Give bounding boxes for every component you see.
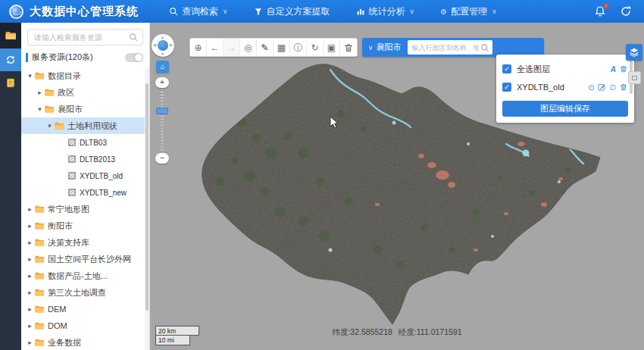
logout-icon[interactable] <box>620 5 632 17</box>
layer-file-icon <box>67 188 77 197</box>
notification-badge <box>604 4 608 8</box>
map-search-input[interactable] <box>411 43 480 52</box>
tree-item-icon <box>34 270 45 281</box>
resource-search-input[interactable] <box>33 33 129 42</box>
tree-item[interactable]: ▸ 常宁地形图 <box>21 201 149 217</box>
expand-arrow-icon[interactable]: ▸ <box>26 272 34 280</box>
locate-button[interactable]: ◎ <box>240 39 257 56</box>
layers-toggle-button[interactable] <box>626 44 642 61</box>
resource-toggle[interactable] <box>125 53 143 62</box>
expand-arrow-icon[interactable]: ▸ <box>26 205 34 213</box>
tree-item[interactable]: ▸ 第三次土地调查 <box>21 284 149 301</box>
rail-catalog-button[interactable] <box>0 23 21 48</box>
compass-knob[interactable] <box>158 40 168 51</box>
zoom-slider-rail[interactable] <box>161 89 164 152</box>
folder-icon <box>34 204 45 214</box>
basemap-globe-button[interactable]: ⊕ <box>190 39 207 56</box>
expand-arrow-icon[interactable]: ▸ <box>36 89 44 96</box>
gear-icon: ⚙ <box>440 8 447 16</box>
refresh-button[interactable]: ↻ <box>307 39 324 56</box>
pan-south-icon[interactable]: ▼ <box>161 52 164 56</box>
expand-arrow-icon[interactable]: ▸ <box>26 339 34 346</box>
expand-arrow-icon[interactable]: ▸ <box>26 239 34 246</box>
app-title: 大数据中心管理系统 <box>30 5 139 19</box>
search-icon <box>480 43 489 52</box>
expand-arrow-icon[interactable]: ▸ <box>26 255 34 263</box>
longitude-value: 经度:111.0171591 <box>399 327 462 336</box>
split-screen-button[interactable]: ▦ <box>274 39 290 56</box>
layer-row: ✓ XYDLTB_old ⊙ ∅ <box>502 78 628 96</box>
back-button[interactable]: ← <box>207 39 224 56</box>
pan-east-icon[interactable]: ▶ <box>170 42 173 47</box>
nav-custom-extract[interactable]: 自定义方案提取 <box>254 5 330 18</box>
expand-arrow-icon[interactable]: ▸ <box>26 322 34 330</box>
zoom-slider-handle[interactable] <box>156 108 168 114</box>
tree-item[interactable]: ▸ 政区 <box>21 84 149 101</box>
edit-layer-icon[interactable] <box>597 83 606 92</box>
screenshot-button[interactable]: ▣ <box>324 39 340 56</box>
tree-item[interactable]: ▾ 土地利用现状 <box>21 117 149 134</box>
nav-config[interactable]: ⚙ 配置管理 ∨ <box>440 5 497 18</box>
folder-icon <box>44 87 55 98</box>
tree-item[interactable]: ▸ 国土空间平台长沙外网 <box>21 251 149 267</box>
expand-arrow-icon[interactable]: ▸ <box>26 222 34 230</box>
expand-arrow-icon[interactable]: ▾ <box>26 72 34 80</box>
identify-button[interactable]: ⓘ <box>290 39 307 56</box>
tree-item[interactable]: ▸ 数据产品-土地... <box>21 267 149 284</box>
forward-button[interactable]: → <box>224 39 240 56</box>
layer-checkbox[interactable]: ✓ <box>502 83 511 92</box>
zoom-to-layer-icon[interactable]: ⊙ <box>588 83 594 92</box>
draw-measure-button[interactable]: ✎ <box>257 39 274 56</box>
search-icon <box>169 7 178 16</box>
hide-layer-icon[interactable]: ∅ <box>609 83 616 92</box>
clear-button[interactable] <box>340 39 357 56</box>
tree-item[interactable]: ▸ 决策支持库 <box>21 234 149 251</box>
trash-icon[interactable] <box>619 83 628 92</box>
bar-chart-icon <box>356 7 365 16</box>
zoom-out-button[interactable]: − <box>155 153 169 164</box>
tree-item[interactable]: DLTB2013 <box>21 151 149 167</box>
tree-item-label: 业务数据 <box>48 337 81 348</box>
home-view-button[interactable]: ⌂ <box>156 61 169 73</box>
overview-map-icon <box>632 76 637 80</box>
resource-count-label: 服务资源(120条) <box>32 52 125 63</box>
tree-item[interactable]: ▸ DOM <box>21 317 149 334</box>
pan-north-icon[interactable]: ▲ <box>161 35 164 39</box>
city-selector-dropdown[interactable]: ∨ 襄阳市 <box>362 42 408 53</box>
tree-item[interactable]: ▾ 数据目录 <box>21 67 149 84</box>
select-all-checkbox[interactable]: ✓ <box>502 64 511 73</box>
resource-count-row: 服务资源(120条) <box>21 48 149 66</box>
expand-arrow-icon[interactable]: ▾ <box>36 105 44 113</box>
funnel-icon <box>254 7 263 16</box>
tree-item[interactable]: ▾ 襄阳市 <box>21 101 149 117</box>
scrollbar-thumb[interactable] <box>145 83 148 311</box>
tree-item-label: XYDLTB_new <box>80 189 127 197</box>
tree-item[interactable]: XYDLTB_old <box>21 167 149 184</box>
overview-map-button[interactable] <box>628 71 641 84</box>
tree-item[interactable]: ▸ DEM <box>21 301 149 317</box>
save-layer-edits-button[interactable]: 图层编辑保存 <box>502 101 628 117</box>
expand-arrow-icon[interactable]: ▸ <box>26 289 34 296</box>
compass-control[interactable]: ▲ ▼ ◀ ▶ <box>152 34 174 57</box>
tree-item-label: 数据目录 <box>48 70 81 82</box>
nav-query-search[interactable]: 查询检索 ∨ <box>169 5 228 18</box>
tree-item[interactable]: XYDLTB_new <box>21 184 149 201</box>
map-search-box <box>408 40 492 55</box>
notifications-button[interactable] <box>594 5 606 17</box>
zoom-in-button[interactable]: + <box>155 77 169 88</box>
tree-item[interactable]: DLTB03 <box>21 134 149 151</box>
select-all-layers-row: ✓ 全选图层 A <box>502 60 628 78</box>
rail-tasks-button[interactable] <box>0 71 21 94</box>
rail-sync-button[interactable] <box>0 48 21 71</box>
expand-arrow-icon[interactable]: ▾ <box>45 122 54 130</box>
pan-west-icon[interactable]: ◀ <box>153 42 156 47</box>
tree-item-label: XYDLTB_old <box>80 172 123 180</box>
trash-icon[interactable] <box>619 64 628 73</box>
tree-item[interactable]: ▸ 衡阳市 <box>21 217 149 234</box>
sidebar-scrollbar[interactable] <box>145 68 149 350</box>
nav-statistics[interactable]: 统计分析 ∨ <box>356 5 415 18</box>
expand-arrow-icon[interactable]: ▸ <box>26 305 34 313</box>
rename-icon[interactable]: A <box>611 65 616 73</box>
map-canvas[interactable]: ▲ ▼ ◀ ▶ ⌂ + − ⊕←→◎✎▦ⓘ↻▣ ∨ 襄阳市 ✓ <box>150 23 644 350</box>
tree-item[interactable]: ▸ 业务数据 <box>21 334 149 350</box>
